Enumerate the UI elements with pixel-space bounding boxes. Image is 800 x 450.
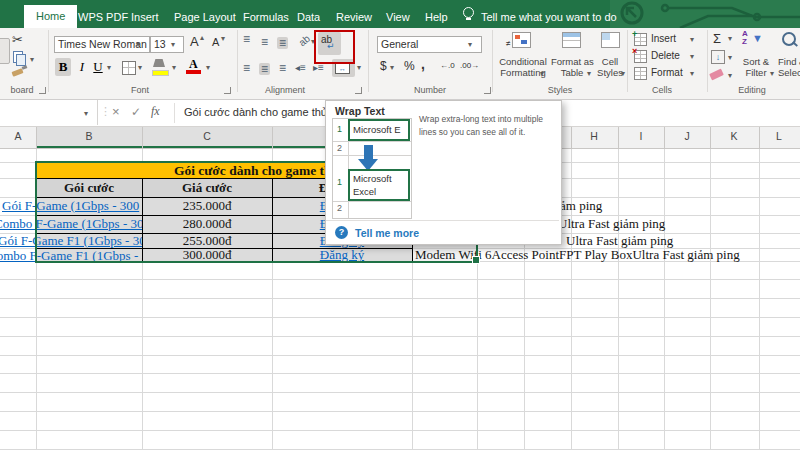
decrease-indent-icon[interactable]: ◂≡ bbox=[295, 63, 306, 73]
column-divider[interactable] bbox=[142, 126, 143, 148]
fill-icon[interactable]: ↓ bbox=[711, 50, 725, 64]
column-divider[interactable] bbox=[618, 126, 619, 148]
column-divider[interactable] bbox=[710, 126, 711, 148]
tab-insert[interactable]: Insert bbox=[131, 6, 159, 28]
format-as-table-label-1: Format as bbox=[551, 56, 593, 67]
excel-window: { "ribbon": { "tabs": ["Home", "WPS PDF"… bbox=[0, 0, 800, 450]
tab-home[interactable]: Home bbox=[24, 5, 77, 28]
bold-button[interactable]: B bbox=[55, 58, 71, 76]
italic-button[interactable]: I bbox=[75, 58, 89, 76]
copy-dropdown-caret[interactable]: ▾ bbox=[30, 55, 34, 64]
middle-align-icon[interactable]: ≡ bbox=[261, 37, 268, 47]
column-header-l[interactable]: L bbox=[764, 130, 794, 142]
name-box-splitter[interactable]: ⋮ bbox=[100, 105, 111, 118]
borders-icon[interactable] bbox=[122, 61, 136, 75]
shrink-font-button[interactable]: A bbox=[212, 36, 219, 48]
tab-help[interactable]: Help bbox=[425, 6, 448, 28]
column-divider[interactable] bbox=[571, 126, 572, 148]
tab-page-layout[interactable]: Page Layout bbox=[174, 6, 236, 28]
copy-icon-back bbox=[16, 54, 26, 66]
sort-filter-caret: ▾ bbox=[770, 69, 774, 78]
paste-button[interactable] bbox=[0, 38, 10, 64]
format-as-table-button[interactable]: Format as Table ▾ bbox=[551, 30, 593, 84]
font-color-caret[interactable]: ▾ bbox=[206, 63, 210, 72]
tab-view[interactable]: View bbox=[386, 6, 410, 28]
column-divider[interactable] bbox=[759, 126, 760, 148]
tooltip-preview: 1 2 Microsoft E 1 2 Microsoft Excel bbox=[332, 118, 412, 219]
autosum-icon[interactable]: Σ bbox=[713, 31, 721, 46]
tab-formulas[interactable]: Formulas bbox=[243, 6, 289, 28]
insert-function-icon[interactable]: fx bbox=[151, 104, 160, 119]
tab-review[interactable]: Review bbox=[336, 6, 372, 28]
fill-handle[interactable] bbox=[472, 256, 480, 264]
fill-caret[interactable]: ▾ bbox=[728, 53, 732, 62]
enter-icon[interactable]: ✓ bbox=[131, 105, 141, 119]
borders-caret[interactable]: ▾ bbox=[138, 63, 142, 72]
grow-font-button[interactable]: A bbox=[190, 34, 199, 49]
column-divider[interactable] bbox=[664, 126, 665, 148]
cell-styles-icon bbox=[601, 32, 620, 48]
currency-button[interactable]: $ bbox=[380, 59, 387, 73]
insert-cells-caret[interactable]: ▾ bbox=[690, 35, 694, 44]
fill-color-caret[interactable]: ▾ bbox=[172, 63, 176, 72]
delete-cells-caret[interactable]: ▾ bbox=[690, 52, 694, 61]
clear-caret[interactable]: ▾ bbox=[728, 71, 732, 80]
column-divider[interactable] bbox=[272, 126, 273, 148]
sort-filter-button[interactable]: AZ ▼ Sort & Filter ▾ bbox=[740, 30, 774, 84]
column-header-h[interactable]: H bbox=[579, 130, 609, 142]
currency-caret[interactable]: ▾ bbox=[390, 63, 394, 72]
column-header-b[interactable]: B bbox=[74, 130, 104, 142]
font-name-caret[interactable]: ▾ bbox=[136, 40, 140, 49]
align-center-icon[interactable]: ≡ bbox=[259, 63, 270, 75]
percent-button[interactable]: % bbox=[404, 59, 415, 73]
decrease-decimal-button[interactable]: .00→ bbox=[460, 61, 479, 70]
tell-me-more-link[interactable]: Tell me more bbox=[355, 227, 419, 239]
font-dialog-launcher[interactable] bbox=[224, 87, 231, 94]
column-header-j[interactable]: J bbox=[672, 130, 702, 142]
cancel-icon[interactable]: × bbox=[112, 104, 120, 119]
fill-color-icon[interactable] bbox=[153, 59, 165, 67]
cell-styles-button[interactable]: Cell Styles ▾ bbox=[594, 30, 626, 84]
underline-caret[interactable]: ▾ bbox=[107, 63, 111, 72]
column-divider[interactable] bbox=[36, 126, 37, 148]
number-format-caret[interactable]: ▾ bbox=[468, 40, 472, 49]
tab-data[interactable]: Data bbox=[297, 6, 320, 28]
comma-style-button[interactable]: , bbox=[421, 56, 425, 72]
conditional-formatting-button[interactable]: ≠ Conditional Formatting ▾ bbox=[498, 30, 548, 84]
cut-icon[interactable]: ✂ bbox=[12, 32, 23, 47]
number-dialog-launcher[interactable] bbox=[484, 87, 491, 94]
align-left-icon[interactable]: ≡ bbox=[243, 63, 250, 73]
format-cells-caret[interactable]: ▾ bbox=[690, 69, 694, 78]
font-size-box[interactable]: 13 bbox=[150, 36, 184, 53]
find-select-button[interactable]: Find & Select bbox=[778, 30, 800, 84]
name-box-caret[interactable]: ▾ bbox=[84, 109, 88, 118]
autosum-caret[interactable]: ▾ bbox=[728, 34, 732, 43]
bottom-align-icon[interactable]: ≡ bbox=[277, 37, 288, 49]
number-group-label: Number bbox=[400, 85, 460, 95]
sort-az-icon: AZ bbox=[742, 30, 748, 46]
number-format-box[interactable]: General bbox=[377, 36, 482, 53]
orientation-icon[interactable]: ab bbox=[297, 34, 312, 49]
insert-cells-label: Insert bbox=[651, 33, 676, 44]
increase-decimal-button[interactable]: ←.0 bbox=[440, 61, 455, 70]
align-right-icon[interactable]: ≡ bbox=[279, 63, 286, 73]
clear-eraser-icon[interactable] bbox=[709, 69, 724, 81]
tab-wps-pdf[interactable]: WPS PDF bbox=[78, 6, 128, 28]
merge-center-caret[interactable]: ▾ bbox=[357, 63, 361, 72]
column-header-k[interactable]: K bbox=[719, 130, 749, 142]
alignment-dialog-launcher[interactable] bbox=[355, 87, 362, 94]
increase-indent-icon[interactable]: ▸≡ bbox=[313, 63, 324, 73]
conditional-formatting-label-1: Conditional bbox=[498, 56, 548, 67]
clipboard-dialog-launcher[interactable] bbox=[39, 87, 46, 94]
font-size-caret[interactable]: ▾ bbox=[171, 40, 175, 49]
column-header-a[interactable]: A bbox=[3, 130, 33, 142]
find-select-label-1: Find & bbox=[778, 56, 800, 67]
cell-styles-caret: ▾ bbox=[621, 69, 625, 78]
top-align-icon[interactable]: ≡ bbox=[243, 34, 250, 44]
font-group-label: Font bbox=[110, 85, 170, 95]
column-header-c[interactable]: C bbox=[192, 130, 222, 142]
column-header-i[interactable]: I bbox=[626, 130, 656, 142]
formula-input[interactable]: Gói cước dành cho game thủ bbox=[184, 106, 327, 118]
tell-me-box[interactable]: Tell me what you want to do bbox=[481, 6, 617, 28]
underline-button[interactable]: U bbox=[91, 58, 105, 76]
